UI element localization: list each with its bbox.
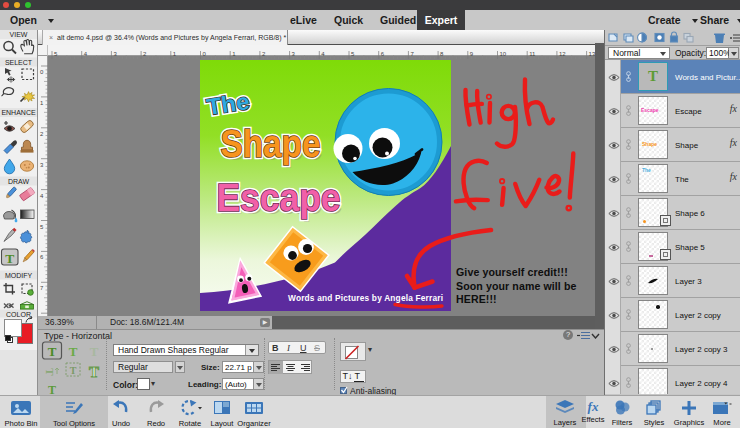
svg-text:5: 5 [351, 51, 355, 57]
svg-text:T: T [70, 365, 77, 376]
svg-text:T: T [5, 251, 14, 266]
svg-text:9: 9 [470, 51, 474, 57]
svg-text:7: 7 [410, 51, 414, 57]
svg-text:6: 6 [40, 254, 44, 260]
svg-text:0: 0 [40, 69, 44, 75]
svg-text:5: 5 [40, 224, 44, 230]
svg-text:DRAW: DRAW [8, 178, 30, 185]
svg-text:T: T [48, 344, 57, 359]
svg-text:4: 4 [84, 51, 88, 57]
svg-text:4: 4 [40, 193, 44, 199]
svg-text:T: T [89, 364, 99, 380]
svg-text:1: 1 [232, 51, 236, 57]
svg-text:3: 3 [40, 162, 44, 168]
svg-text:11: 11 [529, 51, 536, 57]
svg-text:T: T [44, 368, 56, 376]
svg-text:2: 2 [262, 51, 266, 57]
svg-text:7: 7 [40, 285, 44, 291]
svg-text:MODIFY: MODIFY [5, 272, 33, 279]
svg-text:1: 1 [173, 51, 177, 57]
svg-text:4: 4 [321, 51, 325, 57]
svg-text:T: T [48, 383, 56, 395]
svg-text:12: 12 [559, 51, 566, 57]
svg-text:T: T [69, 344, 78, 359]
svg-text:3: 3 [292, 51, 296, 57]
svg-text:10: 10 [500, 51, 507, 57]
svg-text:6: 6 [381, 51, 385, 57]
svg-text:ENHANCE: ENHANCE [1, 109, 36, 116]
svg-text:2: 2 [143, 51, 147, 57]
svg-text:5: 5 [54, 51, 58, 57]
svg-text:8: 8 [440, 51, 444, 57]
svg-text:0: 0 [203, 51, 207, 57]
svg-text:1: 1 [40, 100, 44, 106]
svg-text:2: 2 [40, 131, 44, 137]
svg-text:SELECT: SELECT [5, 59, 33, 66]
svg-text:3: 3 [113, 51, 117, 57]
svg-text:VIEW: VIEW [10, 31, 28, 38]
svg-text:T: T [90, 344, 99, 359]
